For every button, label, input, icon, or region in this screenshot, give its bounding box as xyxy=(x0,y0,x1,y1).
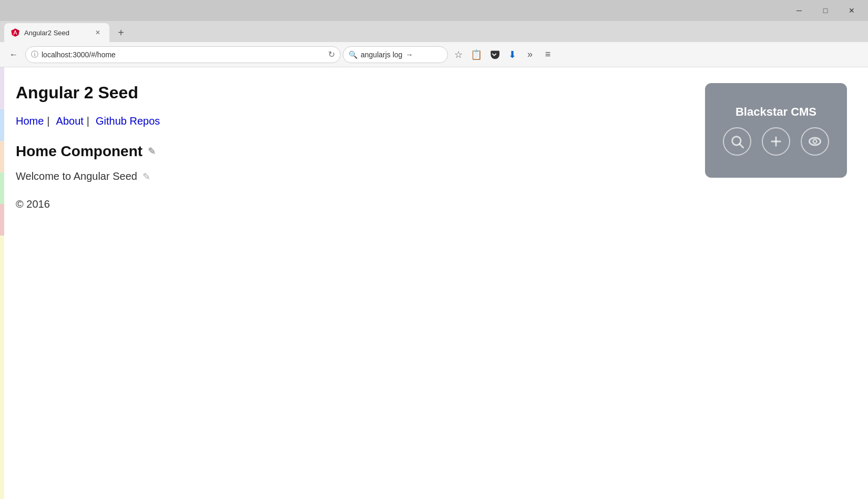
download-button[interactable]: ⬇ xyxy=(504,46,520,63)
reader-button[interactable]: 📋 xyxy=(468,46,485,63)
more-tools-button[interactable]: » xyxy=(522,46,538,63)
github-repos-link[interactable]: Github Repos xyxy=(96,115,160,127)
svg-point-8 xyxy=(810,138,821,145)
search-arrow: → xyxy=(405,50,413,59)
svg-line-5 xyxy=(740,144,743,148)
bookmark-button[interactable]: ☆ xyxy=(450,46,467,63)
tab-favicon xyxy=(11,28,20,37)
new-tab-button[interactable]: + xyxy=(111,23,130,42)
info-icon[interactable]: ⓘ xyxy=(31,50,38,59)
cms-eye-icon xyxy=(808,134,822,149)
home-link[interactable]: Home xyxy=(16,115,44,127)
minimize-button[interactable]: ─ xyxy=(787,3,811,18)
browser-window: ─ □ ✕ Angular2 Seed ✕ + ← ⓘ xyxy=(0,0,868,499)
tab-title: Angular2 Seed xyxy=(24,29,88,37)
angular-logo-icon xyxy=(11,28,20,37)
cms-widget-title: Blackstar CMS xyxy=(736,105,816,119)
pocket-button[interactable] xyxy=(486,46,503,63)
tabbar: Angular2 Seed ✕ + xyxy=(0,21,868,42)
copyright-text: © 2016 xyxy=(16,198,847,210)
active-tab[interactable]: Angular2 Seed ✕ xyxy=(4,23,109,42)
cms-view-button[interactable] xyxy=(801,127,829,156)
search-text: angularjs log xyxy=(361,50,402,59)
maximize-button[interactable]: □ xyxy=(813,3,838,18)
search-icon: 🔍 xyxy=(349,50,358,59)
svg-rect-3 xyxy=(15,32,16,33)
menu-button[interactable]: ≡ xyxy=(539,46,556,63)
svg-point-9 xyxy=(813,140,817,144)
titlebar: ─ □ ✕ xyxy=(0,0,868,21)
nav-toolbar: ☆ 📋 ⬇ » ≡ xyxy=(450,46,556,63)
address-input[interactable] xyxy=(42,50,325,59)
left-accents xyxy=(0,67,7,499)
cms-widget[interactable]: Blackstar CMS xyxy=(705,83,847,178)
welcome-edit-icon[interactable]: ✎ xyxy=(142,171,150,182)
nav-separator-1: | xyxy=(47,115,49,127)
titlebar-controls: ─ □ ✕ xyxy=(787,3,864,18)
section-title-text: Home Component xyxy=(16,143,142,160)
cms-search-button[interactable] xyxy=(723,127,751,156)
cms-search-icon xyxy=(730,134,744,149)
reload-button[interactable]: ↻ xyxy=(328,49,335,59)
close-button[interactable]: ✕ xyxy=(840,3,864,18)
navbar: ← ⓘ ↻ 🔍 angularjs log → ☆ 📋 ⬇ » ≡ xyxy=(0,42,868,67)
back-button[interactable]: ← xyxy=(4,45,23,64)
about-link[interactable]: About xyxy=(56,115,84,127)
tab-close-button[interactable]: ✕ xyxy=(93,27,103,38)
nav-separator-2: | xyxy=(87,115,89,127)
pocket-icon xyxy=(489,49,499,60)
cms-add-button[interactable] xyxy=(762,127,790,156)
section-edit-icon[interactable]: ✎ xyxy=(148,146,156,157)
cms-add-icon xyxy=(769,134,783,149)
welcome-text-content: Welcome to Angular Seed xyxy=(16,170,137,182)
address-bar[interactable]: ⓘ ↻ xyxy=(25,46,341,63)
cms-icons xyxy=(723,127,829,156)
search-bar[interactable]: 🔍 angularjs log → xyxy=(343,46,448,63)
page-wrapper: Angular 2 Seed Home | About | Github Rep… xyxy=(0,67,868,499)
